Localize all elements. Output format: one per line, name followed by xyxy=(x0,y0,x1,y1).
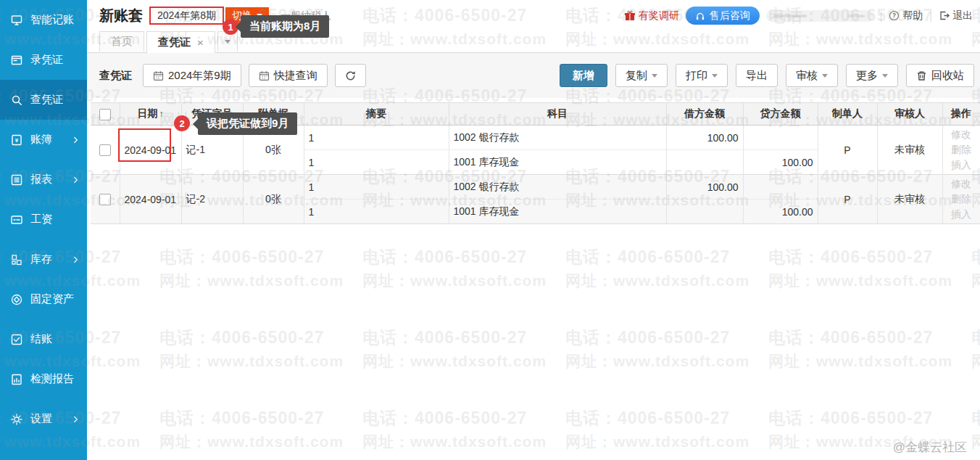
maker-cell: P xyxy=(818,175,877,224)
delete-link[interactable]: 删除 xyxy=(947,192,976,207)
headset-icon xyxy=(695,11,705,21)
credit-cell xyxy=(743,126,818,150)
logout-link[interactable]: 退出 xyxy=(939,9,973,22)
sidebar-item-inventory[interactable]: 库存 xyxy=(0,239,87,279)
sidebar-item-reports[interactable]: 报表 xyxy=(0,160,87,200)
reports-icon xyxy=(9,173,24,187)
help-link[interactable]: ? 帮助 xyxy=(889,9,923,22)
export-button[interactable]: 导出 xyxy=(736,64,778,87)
close-tab-icon[interactable]: × xyxy=(197,37,204,48)
sidebar-item-books[interactable]: ¥账簿 xyxy=(0,120,87,160)
more-button[interactable]: 更多 xyxy=(846,64,898,87)
sidebar-item-label: 结账 xyxy=(30,332,52,346)
summary-cell: 1 xyxy=(304,200,449,224)
calendar-icon xyxy=(153,70,164,81)
tab-voucher-search[interactable]: 查凭证 × xyxy=(146,31,215,53)
sidebar-item-label: 固定资产 xyxy=(30,292,74,306)
topbar: 新账套 2024年第8期 切换 一般纳税人 有奖调研 xyxy=(87,0,980,31)
summary-cell: 1 xyxy=(304,175,449,200)
credit-cell: 100.00 xyxy=(743,200,818,224)
add-voucher-button[interactable]: 新增 xyxy=(560,64,607,87)
column-header-date[interactable]: 日期↑ xyxy=(120,103,181,126)
refresh-icon xyxy=(344,70,357,82)
chevron-down-icon xyxy=(882,74,888,78)
column-header-summary[interactable]: 摘要 xyxy=(304,103,449,126)
modify-link[interactable]: 修改 xyxy=(947,176,976,192)
toolbar: 查凭证 2024年第9期 快捷查询 xyxy=(87,53,980,98)
sidebar-item-label: 库存 xyxy=(30,252,52,266)
debit-cell: 100.00 xyxy=(666,126,743,150)
sidebar-item-settings[interactable]: 设置 xyxy=(0,399,87,439)
chevron-right-icon xyxy=(71,255,80,264)
sidebar-item-salary[interactable]: 工资 xyxy=(0,200,87,239)
debit-cell xyxy=(666,200,743,224)
refresh-button[interactable] xyxy=(335,64,366,87)
audit-status: 未审核 xyxy=(877,175,942,224)
sidebar: 智能记账录凭证查凭证¥账簿报表工资库存固定资产结账检测报告设置 xyxy=(0,0,87,460)
chevron-right-icon xyxy=(71,135,80,144)
app-window: 智能记账录凭证查凭证¥账簿报表工资库存固定资产结账检测报告设置 新账套 2024… xyxy=(0,0,980,460)
toolbar-title: 查凭证 xyxy=(99,69,132,83)
gift-icon xyxy=(624,10,636,22)
voucher-date: 2024-09-01 xyxy=(120,126,181,175)
closing-icon xyxy=(9,332,24,347)
column-header-auditor[interactable]: 审核人 xyxy=(877,103,942,126)
column-header-credit[interactable]: 贷方金额 xyxy=(743,103,818,126)
column-header-maker[interactable]: 制单人 xyxy=(818,103,877,126)
recycle-bin-button[interactable]: 回收站 xyxy=(906,64,974,87)
inventory-icon xyxy=(9,252,24,267)
current-period-box[interactable]: 2024年第8期 xyxy=(149,7,224,25)
sidebar-item-assets[interactable]: 固定资产 xyxy=(0,279,87,319)
survey-link[interactable]: 有奖调研 xyxy=(624,9,679,22)
support-button[interactable]: 售后咨询 xyxy=(686,7,760,25)
print-button[interactable]: 打印 xyxy=(676,64,728,87)
debit-cell xyxy=(666,150,743,175)
page-title: 新账套 xyxy=(99,6,143,25)
modify-link[interactable]: 修改 xyxy=(947,127,976,142)
insert-link[interactable]: 插入 xyxy=(947,207,976,222)
sidebar-item-smart[interactable]: 智能记账 xyxy=(0,0,87,40)
sidebar-item-label: 检测报告 xyxy=(30,372,74,386)
voucher-row: 2024-09-01 记-2 0张 1 1002 银行存款 100.00 P 未… xyxy=(91,175,980,224)
sort-ascending-icon: ↑ xyxy=(159,109,164,119)
chevron-down-icon xyxy=(712,74,718,78)
smart-accounting-icon xyxy=(9,13,24,28)
voucher-search-icon xyxy=(9,93,24,107)
account-cell: 1002 银行存款 xyxy=(449,175,666,200)
trash-icon xyxy=(916,70,927,81)
column-header-debit[interactable]: 借方金额 xyxy=(666,103,743,126)
voucher-date: 2024-09-01 xyxy=(120,175,181,224)
annotation-tooltip-1: 当前账期为8月 xyxy=(241,15,329,38)
period-select-button[interactable]: 2024年第9期 xyxy=(143,64,241,87)
insert-link[interactable]: 插入 xyxy=(947,157,976,173)
attachment-count: 0张 xyxy=(243,175,304,224)
credit-cell: 100.00 xyxy=(743,150,818,175)
row-checkbox[interactable] xyxy=(99,144,111,156)
check-report-icon xyxy=(9,372,24,387)
sidebar-item-search[interactable]: 查凭证 xyxy=(0,80,87,120)
fixed-assets-icon xyxy=(9,292,24,307)
credit-cell xyxy=(743,175,818,200)
account-cell: 1001 库存现金 xyxy=(449,150,666,175)
row-checkbox[interactable] xyxy=(99,194,111,205)
chevron-down-icon xyxy=(652,74,657,78)
debit-cell: 100.00 xyxy=(666,175,743,200)
logout-icon xyxy=(939,10,950,21)
column-header-account[interactable]: 科目 xyxy=(449,103,666,126)
svg-text:¥: ¥ xyxy=(15,136,19,143)
sidebar-item-closing[interactable]: 结账 xyxy=(0,319,87,359)
topbar-right: 有奖调研 售后咨询 | ? 帮助 | xyxy=(624,0,973,31)
toolbar-actions: 新增 复制 打印 导出 审核 更多 xyxy=(560,64,974,87)
quick-search-button[interactable]: 快捷查询 xyxy=(249,64,328,87)
sidebar-item-label: 查凭证 xyxy=(30,93,63,107)
chevron-right-icon xyxy=(71,175,80,184)
summary-cell: 1 xyxy=(304,150,449,175)
sidebar-item-check[interactable]: 检测报告 xyxy=(0,359,87,399)
audit-button[interactable]: 审核 xyxy=(786,64,838,87)
summary-cell: 1 xyxy=(304,126,449,150)
sidebar-item-entry[interactable]: 录凭证 xyxy=(0,40,87,80)
select-all-checkbox[interactable] xyxy=(99,109,111,120)
copy-button[interactable]: 复制 xyxy=(615,64,668,87)
delete-link[interactable]: 删除 xyxy=(947,142,976,157)
tab-home[interactable]: 首页 xyxy=(99,31,144,52)
